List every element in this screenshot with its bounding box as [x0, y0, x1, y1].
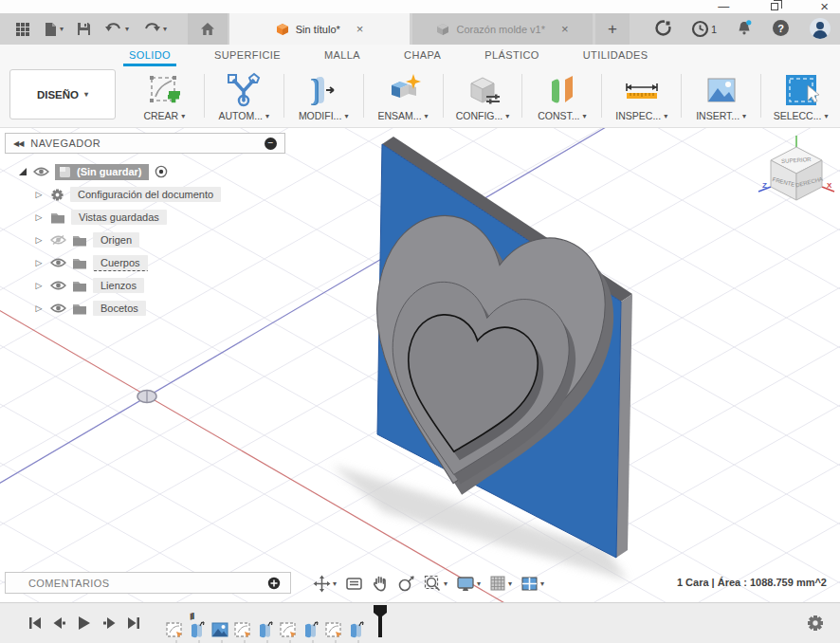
add-comment-icon[interactable] [267, 577, 281, 590]
group-label: CREAR [143, 110, 178, 121]
press-pull-icon [305, 72, 341, 108]
tab-solido[interactable]: SOLIDO [123, 49, 176, 66]
heart-mold-model[interactable] [332, 137, 632, 580]
timeline-position-marker[interactable] [372, 605, 389, 639]
close-tab-icon[interactable]: × [561, 22, 569, 36]
timeline-feature-sketch[interactable] [324, 620, 343, 639]
visibility-eye-icon[interactable] [50, 303, 66, 314]
step-forward-button[interactable] [102, 616, 117, 630]
collapsed-arrow-icon[interactable]: ▷ [33, 303, 45, 313]
visibility-off-eye-icon[interactable] [50, 234, 66, 246]
tab-plastico[interactable]: PLÁSTICO [479, 49, 545, 66]
x-axis-label: X [827, 181, 832, 190]
comments-panel[interactable]: COMENTARIOS [5, 572, 291, 594]
group-label: SELECC... [774, 110, 822, 121]
timeline-settings-gear-icon[interactable] [806, 614, 825, 633]
close-button[interactable]: × [820, 2, 829, 11]
3d-viewport[interactable]: Z X SUPERIOR FRENTE DERECHA ◀◀ NAVEGADOR… [0, 128, 840, 602]
document-tab-sin-titulo[interactable]: Sin título* × [229, 13, 410, 45]
timeline-feature-extrude[interactable] [301, 620, 320, 639]
new-file-button[interactable]: ▾ [44, 22, 64, 37]
help-icon[interactable]: ? [772, 19, 790, 39]
tree-row-doc-settings[interactable]: ▷ Configuración del documento [33, 183, 285, 206]
tree-row-origen[interactable]: ▷ Origen [33, 229, 285, 251]
orbit-button[interactable]: ▾ [313, 575, 337, 593]
step-back-button[interactable] [52, 616, 66, 630]
workspace-selector[interactable]: DISEÑO ▾ [9, 69, 116, 119]
fit-button[interactable]: ▾ [424, 575, 447, 593]
collapsed-arrow-icon[interactable]: ▷ [33, 281, 45, 290]
minimize-button[interactable]: — [718, 2, 729, 11]
collapsed-arrow-icon[interactable]: ▷ [33, 258, 45, 267]
restore-button[interactable] [771, 2, 778, 11]
tool-group-modificar[interactable]: MODIFI...▾ [284, 66, 363, 127]
tab-malla[interactable]: MALLA [319, 49, 366, 66]
tool-group-construir[interactable]: CONST...▾ [522, 66, 601, 127]
timeline-feature-canvas[interactable] [210, 620, 229, 639]
notifications-bell-icon[interactable] [736, 19, 753, 39]
display-settings-button[interactable]: ▾ [456, 576, 481, 592]
browser-header[interactable]: ◀◀ NAVEGADOR − [5, 133, 285, 154]
document-root-item[interactable]: (Sin guardar) [55, 164, 149, 180]
timeline-feature-sketch[interactable] [165, 620, 184, 639]
visibility-eye-icon[interactable] [33, 166, 49, 177]
new-document-tab-button[interactable]: + [595, 13, 630, 45]
play-button[interactable] [77, 615, 92, 631]
group-label: CONFIG... [456, 110, 503, 121]
visibility-eye-icon[interactable] [50, 280, 66, 291]
collapsed-arrow-icon[interactable]: ▷ [33, 235, 45, 245]
tool-group-insertar[interactable]: INSERT...▾ [682, 66, 760, 127]
tool-group-seleccionar[interactable]: SELECC...▾ [761, 66, 840, 127]
tool-group-configurar[interactable]: CONFIG...▾ [444, 66, 522, 127]
tree-row-saved-views[interactable]: ▷ Vistas guardadas [33, 206, 285, 229]
document-root-label: (Sin guardar) [77, 166, 141, 177]
comments-label: COMENTARIOS [28, 578, 109, 589]
tab-utilidades[interactable]: UTILIDADES [577, 49, 654, 66]
redo-button[interactable]: ▾ [142, 22, 167, 36]
profile-avatar[interactable] [809, 17, 831, 42]
zoom-button[interactable] [397, 575, 415, 593]
timeline-feature-extrude[interactable]: /// [188, 620, 207, 639]
home-view-button[interactable] [188, 13, 228, 45]
collapsed-arrow-icon[interactable]: ▷ [33, 190, 45, 199]
undo-button[interactable]: ▾ [104, 22, 129, 36]
tab-chapa[interactable]: CHAPA [398, 49, 447, 66]
tool-group-inspeccionar[interactable]: INSPEC...▾ [602, 66, 681, 127]
skip-to-start-button[interactable] [28, 616, 42, 630]
tool-group-ensamblar[interactable]: ENSAM...▾ [364, 66, 443, 127]
tree-row-document-root[interactable]: (Sin guardar) [18, 160, 285, 183]
grid-settings-button[interactable]: ▾ [489, 575, 512, 592]
collapse-panel-icon[interactable]: ◀◀ [13, 139, 23, 148]
expanded-arrow-icon[interactable] [18, 167, 27, 176]
save-button[interactable] [77, 22, 91, 36]
tree-row-cuerpos[interactable]: ▷ Cuerpos [33, 251, 285, 274]
skip-to-end-button[interactable] [127, 616, 140, 630]
folder-icon [72, 234, 87, 247]
timeline-feature-extrude[interactable] [256, 620, 275, 639]
timeline-feature-sketch[interactable] [279, 620, 298, 639]
viewports-button[interactable]: ▾ [520, 576, 544, 592]
dropdown-caret-icon: ▾ [265, 112, 269, 120]
tool-group-automatizar[interactable]: AUTOM...▾ [205, 66, 283, 127]
tree-row-bocetos[interactable]: ▷ Bocetos [33, 297, 285, 320]
tree-item-label: Origen [93, 232, 139, 248]
app-grid-menu-icon[interactable] [15, 22, 30, 37]
timeline-feature-extrude[interactable] [347, 620, 366, 639]
job-status-button[interactable]: 1 [691, 20, 717, 38]
collapsed-arrow-icon[interactable]: ▷ [33, 212, 45, 222]
tree-row-lienzos[interactable]: ▷ Lienzos [33, 274, 285, 297]
look-at-button[interactable] [345, 576, 363, 591]
close-tab-icon[interactable]: × [356, 22, 364, 36]
timeline-feature-sketch[interactable] [233, 620, 252, 639]
panel-display-toggle-icon[interactable]: − [265, 138, 277, 150]
app-bar: ▾ ▾ ▾ Sin título* × [0, 13, 840, 45]
visibility-eye-icon[interactable] [50, 257, 66, 268]
extensions-icon[interactable] [654, 19, 672, 39]
tool-group-crear[interactable]: CREAR▾ [125, 66, 204, 127]
display-mode-radio-icon[interactable] [155, 165, 168, 178]
view-cube[interactable]: Z X SUPERIOR FRENTE DERECHA [755, 134, 838, 215]
tab-superficie[interactable]: SUPERFICIE [209, 49, 286, 66]
origin-marker[interactable] [137, 391, 156, 403]
document-tab-corazon-molde[interactable]: Corazón molde v1* × [412, 13, 593, 45]
pan-button[interactable] [372, 575, 389, 593]
